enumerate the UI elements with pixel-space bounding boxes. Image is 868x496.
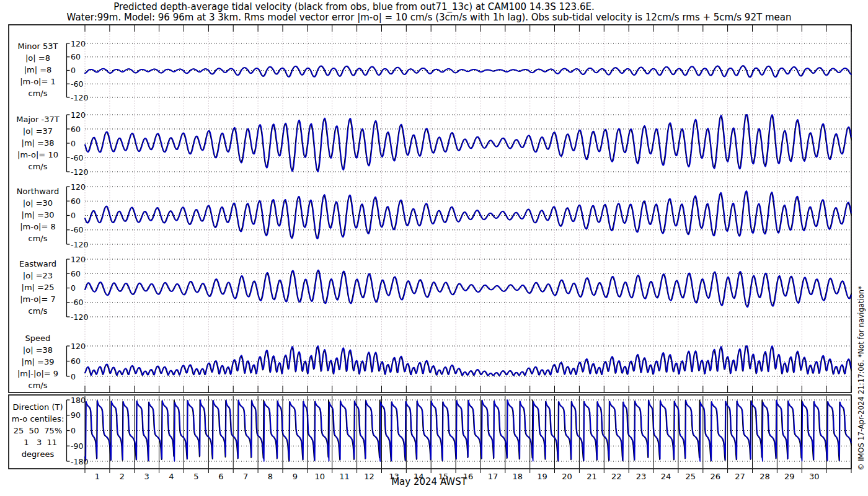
x-day-label: 6	[218, 472, 223, 481]
x-day-label: 5	[193, 472, 198, 481]
panel-label-line: |m|-|o|= 9	[10, 368, 66, 379]
y-tick-label: -60	[71, 225, 83, 234]
x-day-label: 9	[293, 472, 298, 481]
panel-label-line: cm/s	[10, 161, 66, 172]
panel-label-line: |m-o|= 7	[10, 293, 66, 305]
panel-label-line: m-o centiles:	[10, 413, 66, 425]
panel-label-line: |o| =37	[10, 125, 66, 137]
x-day-label: 7	[243, 472, 248, 481]
x-day-label: 29	[784, 472, 795, 481]
x-day-label: 25	[686, 472, 696, 481]
panel-label-line: |m| =39	[10, 356, 66, 368]
model-trace-major	[85, 115, 851, 172]
panel-label-line: |m-o|= 10	[10, 149, 66, 161]
panel-label-line: cm/s	[10, 305, 66, 317]
panel-label-line: cm/s	[10, 87, 66, 99]
x-day-label: 20	[562, 472, 572, 481]
y-tick-label: 60	[71, 356, 81, 366]
y-tick-label: -60	[71, 298, 83, 307]
x-day-label: 28	[760, 472, 770, 481]
panel-label-line: degrees	[10, 448, 66, 460]
y-tick-label: 0	[71, 211, 76, 220]
panel-label-line: 1 3 11	[10, 436, 66, 448]
model-trace-speed	[85, 346, 851, 376]
imos-watermark: © IMOS 17-Apr-2024 21:17:06. *Not for na…	[857, 286, 866, 471]
panel-label-line: |o| =38	[10, 344, 66, 356]
x-day-label: 18	[512, 472, 523, 481]
panel-label-line: |m-o|= 8	[10, 221, 66, 232]
plot-canvas: 120600-60-120120600-60-120120600-60-1201…	[0, 0, 868, 496]
y-tick-label: 180	[71, 396, 86, 405]
obs-trace-northward	[85, 192, 851, 237]
panel-label-line: |m| =8	[10, 64, 66, 76]
x-day-label: 11	[339, 472, 350, 481]
x-day-label: 30	[809, 472, 820, 481]
x-day-label: 2	[120, 472, 125, 481]
x-day-label: 21	[587, 472, 597, 481]
x-day-label: 3	[144, 472, 149, 481]
panel-label-line: cm/s	[10, 232, 66, 244]
y-tick-label: -120	[71, 167, 88, 177]
panel-label-line: |m| =30	[10, 209, 66, 221]
x-day-label: 24	[661, 472, 671, 481]
panel-label-line: Major -37T	[10, 113, 66, 125]
panel-label-line: Eastward	[10, 258, 66, 270]
y-tick-label: 60	[71, 197, 81, 206]
x-day-label: 23	[636, 472, 647, 481]
x-day-label: 26	[710, 472, 720, 481]
panel-label-line: |o| =23	[10, 270, 66, 281]
panel-label-line: Minor 53T	[10, 40, 66, 52]
panel-label-line: |m| =38	[10, 137, 66, 149]
panel-label-eastward: Eastward|o| =23|m| =25|m-o|= 7cm/s	[10, 258, 66, 317]
x-day-label: 10	[315, 472, 326, 481]
x-day-label: 1	[95, 472, 100, 481]
panel-label-line: Northward	[10, 185, 66, 197]
panel-label-line: cm/s	[10, 379, 66, 391]
y-tick-label: -120	[71, 93, 88, 102]
panel-label-line: Speed	[10, 332, 66, 344]
y-tick-label: 120	[71, 39, 86, 48]
y-tick-label: 60	[71, 125, 81, 134]
y-tick-label: -120	[71, 240, 88, 249]
y-tick-label: 0	[71, 139, 76, 148]
velocity-panels-frame	[9, 25, 851, 392]
y-tick-label: -60	[71, 79, 83, 89]
panel-label-speed: Speed|o| =38|m| =39|m|-|o|= 9cm/s	[10, 332, 66, 391]
panel-label-direction: Direction (T)m-o centiles:25 50 75% 1 3 …	[10, 401, 66, 460]
y-tick-label: 0	[71, 283, 76, 293]
x-day-label: 8	[268, 472, 273, 481]
y-tick-label: 60	[71, 52, 81, 61]
panel-label-line: |m| =25	[10, 281, 66, 293]
x-day-label: 27	[735, 472, 745, 481]
y-tick-label: 60	[71, 269, 81, 278]
panel-label-northward: Northward|o| =30|m| =30|m-o|= 8cm/s	[10, 185, 66, 244]
y-tick-label: 120	[71, 182, 86, 192]
y-tick-label: -120	[71, 312, 88, 322]
x-day-label: 17	[488, 472, 498, 481]
obs-trace-speed	[85, 346, 851, 376]
x-day-label: 4	[169, 472, 174, 481]
panel-label-major: Major -37T|o| =37|m| =38|m-o|= 10cm/s	[10, 113, 66, 172]
y-tick-label: 0	[71, 66, 76, 75]
x-day-label: 12	[364, 472, 374, 481]
x-day-label: 19	[537, 472, 547, 481]
panel-label-minor: Minor 53T|o| =8|m| =8|m-o|= 1cm/s	[10, 40, 66, 99]
y-tick-label: 0	[71, 372, 76, 381]
x-day-label: 22	[611, 472, 622, 481]
y-tick-label: 90	[71, 410, 81, 420]
panel-label-line: |o| =30	[10, 197, 66, 209]
y-tick-label: 120	[71, 255, 86, 264]
y-tick-label: -60	[71, 153, 83, 162]
panel-label-line: Direction (T)	[10, 401, 66, 413]
y-tick-label: 0	[71, 426, 76, 435]
model-trace-northward	[85, 191, 851, 239]
model-trace-minor	[85, 66, 851, 78]
y-tick-label: 120	[71, 110, 86, 120]
panel-label-line: |m-o|= 1	[10, 76, 66, 87]
panel-label-line: |o| =8	[10, 52, 66, 64]
y-tick-label: 120	[71, 342, 86, 351]
y-tick-label: -90	[71, 441, 83, 451]
panel-label-line: 25 50 75%	[10, 425, 66, 436]
x-axis-title: May 2024 AWST	[391, 476, 467, 487]
